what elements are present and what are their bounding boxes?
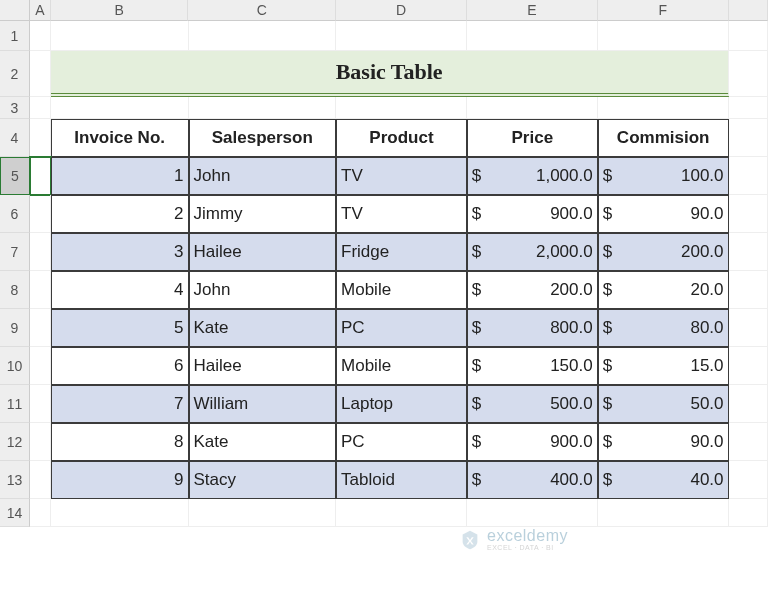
cell-G6[interactable] <box>729 195 768 233</box>
cell-G14[interactable] <box>729 499 768 527</box>
cell-product[interactable]: Laptop <box>336 385 467 423</box>
cell-G1[interactable] <box>729 21 768 51</box>
cell-A6[interactable] <box>30 195 51 233</box>
cell-B3[interactable] <box>51 97 189 119</box>
cell-commission[interactable]: $20.0 <box>598 271 729 309</box>
cell-invoice[interactable]: 4 <box>51 271 189 309</box>
cell-commission[interactable]: $90.0 <box>598 195 729 233</box>
cell-A8[interactable] <box>30 271 51 309</box>
row-header-6[interactable]: 6 <box>0 195 30 233</box>
column-header-C[interactable]: C <box>188 0 336 21</box>
cell-C1[interactable] <box>189 21 337 51</box>
cell-G11[interactable] <box>729 385 768 423</box>
row-header-14[interactable]: 14 <box>0 499 30 527</box>
cell-C14[interactable] <box>189 499 337 527</box>
column-header-E[interactable]: E <box>467 0 598 21</box>
cell-A14[interactable] <box>30 499 51 527</box>
column-header-A[interactable]: A <box>30 0 51 21</box>
header-price[interactable]: Price <box>467 119 598 157</box>
cell-D3[interactable] <box>336 97 467 119</box>
cell-salesperson[interactable]: Jimmy <box>189 195 337 233</box>
cell-product[interactable]: TV <box>336 157 467 195</box>
cell-A10[interactable] <box>30 347 51 385</box>
cell-D1[interactable] <box>336 21 467 51</box>
cell-F3[interactable] <box>598 97 729 119</box>
cell-A13[interactable] <box>30 461 51 499</box>
header-invoice[interactable]: Invoice No. <box>51 119 189 157</box>
row-header-11[interactable]: 11 <box>0 385 30 423</box>
column-header-F[interactable]: F <box>598 0 729 21</box>
cell-G7[interactable] <box>729 233 768 271</box>
cell-G13[interactable] <box>729 461 768 499</box>
cell-G8[interactable] <box>729 271 768 309</box>
cell-B14[interactable] <box>51 499 189 527</box>
cell-salesperson[interactable]: Kate <box>189 309 337 347</box>
cell-G5[interactable] <box>729 157 768 195</box>
cell-A4[interactable] <box>30 119 51 157</box>
header-commission[interactable]: Commision <box>598 119 729 157</box>
row-header-3[interactable]: 3 <box>0 97 30 119</box>
cell-commission[interactable]: $80.0 <box>598 309 729 347</box>
row-header-2[interactable]: 2 <box>0 51 30 97</box>
table-title[interactable]: Basic Table <box>51 51 729 97</box>
cell-commission[interactable]: $100.0 <box>598 157 729 195</box>
cell-G10[interactable] <box>729 347 768 385</box>
cell-A9[interactable] <box>30 309 51 347</box>
cell-E1[interactable] <box>467 21 598 51</box>
cell-A5[interactable] <box>30 157 51 195</box>
cell-A1[interactable] <box>30 21 51 51</box>
cell-G12[interactable] <box>729 423 768 461</box>
cell-product[interactable]: TV <box>336 195 467 233</box>
cell-A2[interactable] <box>30 51 51 97</box>
cell-E3[interactable] <box>467 97 598 119</box>
cell-F14[interactable] <box>598 499 729 527</box>
row-header-1[interactable]: 1 <box>0 21 30 51</box>
cell-G4[interactable] <box>729 119 768 157</box>
cell-invoice[interactable]: 8 <box>51 423 189 461</box>
row-header-9[interactable]: 9 <box>0 309 30 347</box>
cell-commission[interactable]: $90.0 <box>598 423 729 461</box>
cell-A3[interactable] <box>30 97 51 119</box>
column-header-D[interactable]: D <box>336 0 467 21</box>
cell-invoice[interactable]: 9 <box>51 461 189 499</box>
cell-salesperson[interactable]: Hailee <box>189 347 337 385</box>
row-header-8[interactable]: 8 <box>0 271 30 309</box>
row-header-10[interactable]: 10 <box>0 347 30 385</box>
cell-salesperson[interactable]: Stacy <box>189 461 337 499</box>
cell-salesperson[interactable]: Kate <box>189 423 337 461</box>
cell-invoice[interactable]: 7 <box>51 385 189 423</box>
cell-product[interactable]: PC <box>336 309 467 347</box>
row-header-5[interactable]: 5 <box>0 157 30 195</box>
cell-G2[interactable] <box>729 51 768 97</box>
cell-A12[interactable] <box>30 423 51 461</box>
cell-commission[interactable]: $15.0 <box>598 347 729 385</box>
cell-price[interactable]: $200.0 <box>467 271 598 309</box>
column-header-B[interactable]: B <box>51 0 189 21</box>
header-salesperson[interactable]: Salesperson <box>189 119 337 157</box>
cell-product[interactable]: Mobile <box>336 347 467 385</box>
cell-product[interactable]: Mobile <box>336 271 467 309</box>
cell-price[interactable]: $900.0 <box>467 423 598 461</box>
cell-price[interactable]: $500.0 <box>467 385 598 423</box>
cell-A7[interactable] <box>30 233 51 271</box>
cell-salesperson[interactable]: Hailee <box>189 233 337 271</box>
row-header-7[interactable]: 7 <box>0 233 30 271</box>
cell-commission[interactable]: $40.0 <box>598 461 729 499</box>
row-header-12[interactable]: 12 <box>0 423 30 461</box>
cell-price[interactable]: $2,000.0 <box>467 233 598 271</box>
cell-price[interactable]: $150.0 <box>467 347 598 385</box>
cell-salesperson[interactable]: William <box>189 385 337 423</box>
cell-salesperson[interactable]: John <box>189 157 337 195</box>
row-header-4[interactable]: 4 <box>0 119 30 157</box>
column-header-blank[interactable] <box>729 0 768 21</box>
cell-product[interactable]: Tabloid <box>336 461 467 499</box>
cell-invoice[interactable]: 1 <box>51 157 189 195</box>
cell-product[interactable]: PC <box>336 423 467 461</box>
cell-invoice[interactable]: 5 <box>51 309 189 347</box>
cell-invoice[interactable]: 3 <box>51 233 189 271</box>
cell-G9[interactable] <box>729 309 768 347</box>
cell-product[interactable]: Fridge <box>336 233 467 271</box>
select-all-corner[interactable] <box>0 0 30 21</box>
cell-E14[interactable] <box>467 499 598 527</box>
cell-price[interactable]: $1,000.0 <box>467 157 598 195</box>
